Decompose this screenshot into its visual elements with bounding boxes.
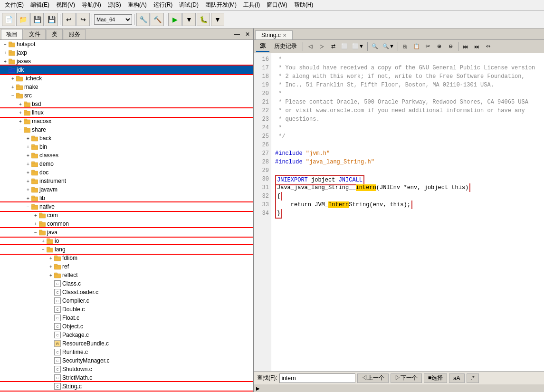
etb-diff[interactable]: ⇔ (483, 41, 494, 52)
tree-item-ref[interactable]: +ref (0, 262, 253, 271)
expand-btn-reflect[interactable]: + (48, 272, 54, 278)
run-options-button[interactable]: ▼ (182, 13, 196, 26)
menu-source[interactable]: 源(S) (105, 0, 124, 10)
tree-item-javavm[interactable]: +javavm (0, 185, 253, 194)
tree-item-ClassLoader_c[interactable]: CClassLoader.c (0, 288, 253, 296)
expand-btn-io[interactable]: + (40, 238, 47, 244)
tree-item-icheck[interactable]: +.icheck (0, 74, 253, 83)
etb-fwd[interactable]: ▷ (316, 41, 327, 52)
tree-item-lib[interactable]: +lib (0, 194, 253, 202)
run-button[interactable]: ▶ (168, 13, 181, 26)
tree-item-Shutdown_c[interactable]: CShutdown.c (0, 365, 253, 373)
etb-copy[interactable]: ⎘ (400, 41, 410, 52)
code-content[interactable]: * * You should have received a copy of t… (271, 53, 544, 371)
editor-tab-string[interactable]: String.c ✕ (255, 30, 293, 39)
etb-paste[interactable]: 📋 (411, 41, 422, 52)
expand-btn-ref[interactable]: + (48, 263, 54, 270)
tree-item-io[interactable]: +io (0, 237, 253, 245)
tree-item-back[interactable]: +back (0, 134, 253, 143)
tree-item-SecurityManager_c[interactable]: CSecurityManager.c (0, 356, 253, 365)
platform-combo[interactable]: Mac_64 Win_64 Linux_64 (94, 14, 132, 25)
menu-team[interactable]: 团队开发(M) (202, 0, 239, 10)
expand-btn-lib[interactable]: + (25, 195, 31, 201)
tree-item-jaxws[interactable]: +jaxws (0, 57, 253, 66)
debug-button[interactable]: 🐛 (197, 13, 210, 26)
menu-nav[interactable]: 导航(N) (79, 0, 104, 10)
etb-search2[interactable]: 🔍▼ (381, 41, 396, 52)
etb-search[interactable]: 🔍 (370, 41, 380, 52)
menu-window[interactable]: 窗口(W) (264, 0, 290, 10)
menu-file[interactable]: 文件(E) (2, 0, 27, 10)
menu-tools[interactable]: 工具(I) (240, 0, 263, 10)
etb-cut[interactable]: ✂ (423, 41, 433, 52)
tree-item-src[interactable]: −src (0, 91, 253, 100)
debug-options-button[interactable]: ▼ (211, 13, 224, 26)
tree-item-hotspot[interactable]: −hotspot (0, 40, 253, 48)
etb-nav1[interactable]: ⏮ (460, 41, 471, 52)
search-case-button[interactable]: aA (449, 373, 465, 383)
tree-item-bsd[interactable]: +bsd (0, 100, 253, 108)
clean-build-button[interactable]: 🔨 (151, 13, 164, 26)
history-tab[interactable]: 历史记录 (270, 41, 301, 51)
tree-item-instrument[interactable]: +instrument (0, 177, 253, 185)
tree-item-make[interactable]: +make (0, 83, 253, 91)
search-prev-button[interactable]: ◁上一个 (357, 373, 389, 383)
tree-item-classes[interactable]: +classes (0, 151, 253, 160)
menu-view[interactable]: 视图(V) (53, 0, 78, 10)
tab-files[interactable]: 文件 (24, 29, 46, 39)
panel-minimize-btn[interactable]: — (232, 29, 242, 39)
expand-btn-share[interactable]: − (17, 126, 24, 133)
expand-btn-jaxp[interactable]: + (2, 49, 9, 56)
expand-btn-com[interactable]: + (32, 212, 39, 219)
tree-item-Runtime_c[interactable]: CRuntime.c (0, 348, 253, 356)
redo-button[interactable]: ↪ (76, 13, 90, 26)
expand-btn-bsd[interactable]: + (17, 101, 24, 107)
tree-item-doc[interactable]: +doc (0, 168, 253, 177)
expand-btn-hotspot[interactable]: − (2, 41, 9, 48)
etb-bookmark[interactable]: ⬜ (339, 41, 350, 52)
tree-item-jdk[interactable]: −jdk (0, 66, 253, 74)
expand-btn-common[interactable]: + (32, 220, 39, 227)
new-project-button[interactable]: 📄 (2, 13, 15, 26)
tree-item-Package_c[interactable]: CPackage.c (0, 331, 253, 339)
tab-project[interactable]: 项目 (1, 29, 23, 39)
menu-debug[interactable]: 调试(D) (176, 0, 201, 10)
menu-edit[interactable]: 编辑(E) (28, 0, 52, 10)
expand-btn-java[interactable]: − (32, 229, 39, 236)
search-regex-button[interactable]: .* (467, 373, 479, 383)
tree-item-Float_c[interactable]: CFloat.c (0, 314, 253, 322)
expand-btn-make[interactable]: + (10, 84, 16, 90)
save-all-button[interactable]: 💾 (45, 13, 58, 26)
search-next-button[interactable]: ▷下一个 (391, 373, 422, 383)
etb-toggle[interactable]: ⇄ (328, 41, 338, 52)
expand-btn-macosx[interactable]: + (17, 118, 24, 124)
menu-refactor[interactable]: 重构(A) (125, 0, 150, 10)
search-select-button[interactable]: ■选择 (424, 373, 447, 383)
tree-item-macosx[interactable]: +macosx (0, 117, 253, 125)
tree-item-bin[interactable]: +bin (0, 143, 253, 151)
tree-item-fdlibm[interactable]: +fdlibm (0, 254, 253, 262)
tab-classes[interactable]: 类 (47, 29, 63, 39)
open-project-button[interactable]: 📁 (16, 13, 29, 26)
expand-btn-bin[interactable]: + (25, 143, 31, 150)
tree-item-reflect[interactable]: +reflect (0, 271, 253, 279)
expand-btn-linux[interactable]: + (17, 109, 24, 116)
tree-item-linux[interactable]: +linux (0, 108, 253, 117)
menu-help[interactable]: 帮助(H) (291, 0, 316, 10)
tree-item-String_c[interactable]: CString.c (0, 382, 253, 391)
expand-btn-demo[interactable]: + (25, 161, 31, 167)
tree-item-Object_c[interactable]: CObject.c (0, 322, 253, 331)
expand-btn-classes[interactable]: + (25, 152, 31, 159)
panel-close-btn[interactable]: ✕ (243, 29, 252, 39)
tree-item-Class_c[interactable]: CClass.c (0, 279, 253, 288)
tree-item-lang[interactable]: −lang (0, 245, 253, 254)
tab-services[interactable]: 服务 (64, 29, 86, 39)
tree-item-ResourceBundle_c[interactable]: RResourceBundle.c (0, 339, 253, 348)
tree-item-java[interactable]: −java (0, 228, 253, 237)
etb-more1[interactable]: ⊕ (434, 41, 445, 52)
save-button[interactable]: 💾 (30, 13, 44, 26)
expand-arrow-icon[interactable]: ▶ (256, 386, 260, 391)
expand-btn-jdk[interactable]: − (2, 67, 9, 73)
etb-nav2[interactable]: ⏭ (472, 41, 482, 52)
build-button[interactable]: 🔧 (136, 13, 150, 26)
